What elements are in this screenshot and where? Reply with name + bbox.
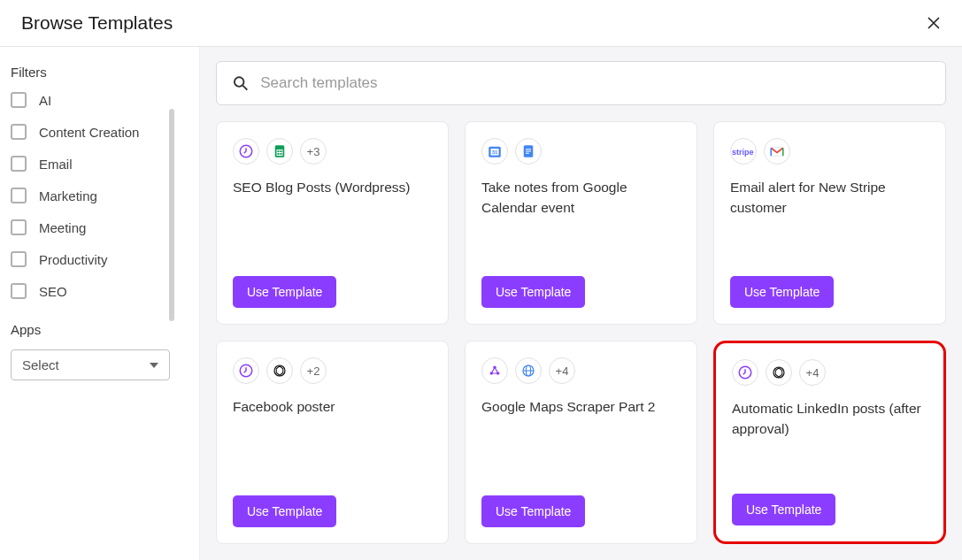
filter-checkbox[interactable] (11, 156, 27, 172)
svg-line-1 (243, 86, 248, 90)
use-template-button[interactable]: Use Template (233, 276, 336, 308)
template-title: Email alert for New Stripe customer (730, 177, 929, 219)
app-icon (515, 138, 542, 165)
filter-checkbox[interactable] (11, 92, 27, 108)
webhook-icon (487, 363, 503, 379)
search-icon (233, 75, 248, 91)
svg-text:stripe: stripe (732, 148, 754, 157)
use-template-button[interactable]: Use Template (730, 276, 834, 308)
app-icon (233, 138, 259, 165)
app-icon (515, 357, 542, 384)
svg-text:31: 31 (492, 150, 498, 155)
main-content: +3SEO Blog Posts (Wordpress)Use Template… (199, 47, 962, 560)
app-icon (233, 357, 259, 384)
search-input[interactable] (260, 74, 929, 92)
template-icons: +4 (732, 359, 927, 386)
filter-label: AI (39, 93, 51, 108)
more-apps-count: +4 (799, 359, 826, 386)
app-icon: stripe (730, 138, 757, 165)
template-icons: +2 (233, 357, 432, 384)
filter-label: Email (39, 157, 73, 172)
filter-checkbox[interactable] (11, 188, 27, 203)
filters-heading: Filters (11, 65, 189, 80)
template-icons: +3 (233, 138, 432, 165)
schedule-icon (238, 363, 254, 379)
openai-icon (771, 364, 787, 380)
template-title: SEO Blog Posts (Wordpress) (233, 177, 432, 197)
template-icons: +4 (481, 357, 681, 384)
filter-item[interactable]: Productivity (11, 251, 189, 267)
search-bar[interactable] (216, 61, 946, 105)
gmail-icon (769, 143, 785, 159)
filter-checkbox[interactable] (11, 251, 27, 267)
template-icons: stripe (730, 138, 929, 165)
chevron-down-icon (150, 363, 158, 368)
more-apps-count: +4 (549, 357, 575, 384)
page-title: Browse Templates (21, 12, 173, 34)
close-button[interactable] (927, 16, 941, 30)
use-template-button[interactable]: Use Template (233, 495, 336, 527)
apps-heading: Apps (11, 322, 189, 337)
template-card[interactable]: +4Google Maps Scraper Part 2Use Template (465, 341, 697, 544)
template-title: Automatic LinkedIn posts (after approval… (732, 398, 927, 440)
openai-icon (272, 363, 288, 379)
filter-label: Productivity (39, 252, 108, 267)
app-icon (764, 138, 790, 165)
template-title: Take notes from Google Calendar event (481, 177, 681, 219)
filter-item[interactable]: Marketing (11, 188, 189, 203)
template-card[interactable]: +3SEO Blog Posts (Wordpress)Use Template (216, 121, 449, 325)
gdocs-icon (520, 143, 536, 159)
app-icon (766, 359, 792, 386)
app-icon (266, 138, 293, 165)
apps-select-placeholder: Select (22, 357, 59, 372)
filter-item[interactable]: Meeting (11, 219, 189, 235)
schedule-icon (737, 364, 753, 380)
sidebar-scrollbar[interactable] (169, 109, 174, 321)
app-icon (266, 357, 293, 384)
template-title: Google Maps Scraper Part 2 (481, 396, 681, 417)
filter-checkbox[interactable] (11, 219, 27, 235)
app-icon: 31 (481, 138, 508, 165)
sheets-icon (272, 143, 288, 159)
globe-icon (520, 363, 536, 379)
schedule-icon (238, 143, 254, 159)
app-icon (481, 357, 508, 384)
gcal-icon: 31 (487, 143, 503, 159)
filter-label: Meeting (39, 220, 86, 235)
template-card[interactable]: +2Facebook posterUse Template (216, 341, 449, 544)
close-icon (927, 16, 941, 30)
template-card[interactable]: stripeEmail alert for New Stripe custome… (713, 121, 946, 325)
template-icons: 31 (481, 138, 681, 165)
use-template-button[interactable]: Use Template (481, 276, 585, 308)
svg-point-0 (235, 77, 244, 87)
more-apps-count: +2 (300, 357, 327, 384)
filter-checkbox[interactable] (11, 124, 27, 140)
filter-checkbox[interactable] (11, 283, 27, 299)
filter-item[interactable]: Content Creation (11, 124, 189, 140)
template-card[interactable]: 31Take notes from Google Calendar eventU… (465, 121, 697, 325)
more-apps-count: +3 (300, 138, 327, 165)
modal-header: Browse Templates (0, 0, 962, 47)
template-title: Facebook poster (233, 396, 432, 417)
stripe-icon: stripe (732, 146, 755, 157)
app-icon (732, 359, 758, 386)
sidebar: Filters AIContent CreationEmailMarketing… (0, 47, 199, 560)
filter-item[interactable]: AI (11, 92, 189, 108)
filters-list: AIContent CreationEmailMarketingMeetingP… (11, 92, 189, 313)
template-card[interactable]: +4Automatic LinkedIn posts (after approv… (713, 341, 946, 544)
use-template-button[interactable]: Use Template (481, 495, 585, 527)
use-template-button[interactable]: Use Template (732, 494, 835, 525)
filter-label: Marketing (39, 188, 97, 203)
templates-grid: +3SEO Blog Posts (Wordpress)Use Template… (216, 121, 946, 544)
filter-item[interactable]: SEO (11, 283, 189, 299)
filter-label: SEO (39, 284, 67, 299)
apps-select[interactable]: Select (11, 349, 170, 380)
filter-item[interactable]: Email (11, 156, 189, 172)
filter-label: Content Creation (39, 125, 139, 140)
